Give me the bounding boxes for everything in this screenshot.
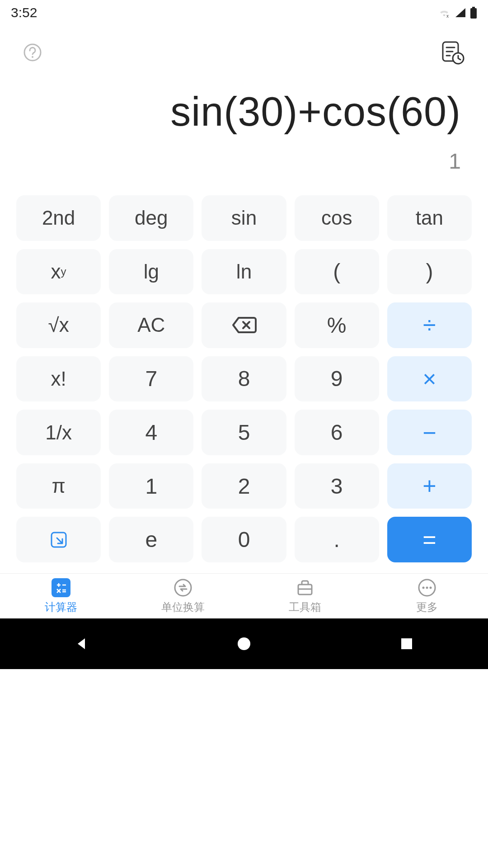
key-tan[interactable]: tan	[387, 195, 472, 241]
key-ac[interactable]: AC	[109, 302, 193, 348]
expression-display: sin(30)+cos(60)	[27, 89, 461, 135]
key-reciprocal[interactable]: 1/x	[16, 410, 101, 455]
history-button[interactable]	[439, 39, 465, 66]
svg-text:x: x	[446, 14, 449, 18]
key-plus[interactable]: +	[387, 463, 472, 509]
svg-rect-28	[401, 638, 412, 649]
status-bar: 3:52 x	[0, 0, 488, 25]
key-power-sup: y	[61, 265, 66, 278]
key-lg[interactable]: lg	[109, 249, 193, 295]
key-pi[interactable]: π	[16, 463, 101, 509]
status-time: 3:52	[11, 5, 37, 20]
bottom-tabbar: 计算器 单位换算 工具箱 更多	[0, 573, 488, 618]
home-circle-icon	[236, 636, 252, 651]
status-icons: x	[437, 7, 477, 19]
key-lparen[interactable]: (	[295, 249, 379, 295]
key-e[interactable]: e	[109, 517, 193, 562]
svg-point-27	[238, 637, 250, 650]
android-navbar	[0, 618, 488, 669]
help-icon	[23, 42, 42, 62]
svg-point-24	[422, 586, 425, 589]
key-6[interactable]: 6	[295, 410, 379, 455]
key-7[interactable]: 7	[109, 356, 193, 402]
tab-toolbox[interactable]: 工具箱	[244, 574, 366, 618]
tab-more-label: 更多	[416, 600, 438, 614]
key-equals[interactable]: =	[387, 517, 472, 562]
wifi-off-icon: x	[437, 7, 451, 18]
key-8[interactable]: 8	[202, 356, 286, 402]
collapse-icon	[49, 530, 69, 550]
key-multiply[interactable]: ×	[387, 356, 472, 402]
key-rparen[interactable]: )	[387, 249, 472, 295]
keypad: 2nd deg sin cos tan xy lg ln ( ) √x AC %…	[0, 183, 488, 570]
help-button[interactable]	[23, 42, 42, 62]
key-5[interactable]: 5	[202, 410, 286, 455]
result-display: 1	[27, 149, 461, 174]
history-icon	[439, 39, 465, 66]
key-cos[interactable]: cos	[295, 195, 379, 241]
key-2nd[interactable]: 2nd	[16, 195, 101, 241]
svg-point-3	[24, 44, 41, 61]
key-dot[interactable]: .	[295, 517, 379, 562]
key-divide[interactable]: ÷	[387, 302, 472, 348]
back-triangle-icon	[73, 636, 89, 652]
calculator-icon	[52, 578, 70, 597]
key-ln[interactable]: ln	[202, 249, 286, 295]
nav-recent-button[interactable]	[396, 633, 418, 655]
svg-point-4	[32, 56, 33, 58]
svg-rect-2	[470, 8, 477, 19]
key-9[interactable]: 9	[295, 356, 379, 402]
tab-toolbox-label: 工具箱	[289, 600, 321, 614]
key-4[interactable]: 4	[109, 410, 193, 455]
svg-point-25	[426, 586, 428, 589]
nav-back-button[interactable]	[70, 633, 92, 655]
key-deg[interactable]: deg	[109, 195, 193, 241]
swap-icon	[174, 578, 192, 597]
key-power-base: x	[51, 260, 61, 283]
tab-calculator[interactable]: 计算器	[0, 574, 122, 618]
cell-signal-icon	[455, 7, 466, 18]
key-power[interactable]: xy	[16, 249, 101, 295]
key-sqrt[interactable]: √x	[16, 302, 101, 348]
svg-rect-1	[472, 7, 475, 8]
key-percent[interactable]: %	[295, 302, 379, 348]
key-factorial[interactable]: x!	[16, 356, 101, 402]
key-collapse[interactable]	[16, 517, 101, 562]
tab-calculator-label: 计算器	[45, 600, 77, 614]
tab-more[interactable]: 更多	[366, 574, 488, 618]
key-0[interactable]: 0	[202, 517, 286, 562]
display-area: sin(30)+cos(60) 1	[0, 89, 488, 174]
nav-home-button[interactable]	[233, 633, 255, 655]
backspace-icon	[231, 316, 257, 334]
key-sin[interactable]: sin	[202, 195, 286, 241]
toolbox-icon	[296, 578, 314, 597]
key-minus[interactable]: −	[387, 410, 472, 455]
battery-icon	[470, 7, 477, 19]
key-3[interactable]: 3	[295, 463, 379, 509]
key-2[interactable]: 2	[202, 463, 286, 509]
key-backspace[interactable]	[202, 302, 286, 348]
top-bar	[0, 25, 488, 80]
recent-square-icon	[400, 637, 413, 651]
tab-unit-conversion[interactable]: 单位换算	[122, 574, 244, 618]
svg-point-20	[175, 580, 191, 596]
svg-point-26	[430, 586, 432, 589]
more-icon	[418, 578, 436, 597]
tab-unit-label: 单位换算	[161, 600, 205, 614]
key-1[interactable]: 1	[109, 463, 193, 509]
